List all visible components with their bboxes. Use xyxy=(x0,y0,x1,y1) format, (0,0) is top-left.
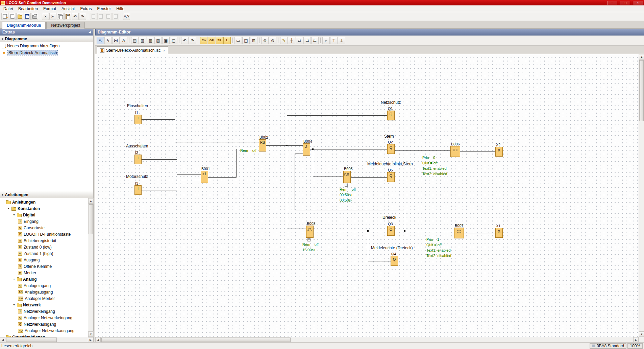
menu-extras[interactable]: Extras xyxy=(77,6,94,12)
diagram-item-stern-dreieck-automatisch[interactable]: Stern-Dreieck-Automatisch xyxy=(0,49,93,56)
new-diagram-button[interactable] xyxy=(1,13,8,20)
block-B005-pulse-generator[interactable]: B005 xyxy=(343,171,351,183)
block-I2-input[interactable]: I2 I xyxy=(134,155,142,164)
convert-tool-button[interactable]: ⇄ xyxy=(296,37,303,44)
expander-icon[interactable]: ▾ xyxy=(13,303,16,306)
delete-button[interactable]: × xyxy=(42,13,49,20)
signal-label-meldeleuchte-dreieck[interactable]: Meldeleuchte (Dreieck) xyxy=(371,246,413,250)
scroll-down-button[interactable]: ▼ xyxy=(639,331,644,337)
tree-item-cursortaste[interactable]: CCursortaste xyxy=(0,225,88,231)
tree-item-anleitungen[interactable]: Anleitungen xyxy=(0,199,88,205)
wire-corner-style-tool-button[interactable]: ⌐ xyxy=(322,37,330,44)
tree-item-offene-klemme[interactable]: XOffene Klemme xyxy=(0,263,88,270)
block-I3-input[interactable]: I3 I xyxy=(134,185,142,195)
block-B007-message-text[interactable]: B007 xyxy=(454,228,464,238)
tree-item-analoger-merker[interactable]: AMAnaloger Merker xyxy=(0,295,88,302)
undo-button[interactable]: ↶ xyxy=(72,13,79,20)
comment-tool-button[interactable]: ✎ xyxy=(280,37,288,44)
expander-icon[interactable]: ▾ xyxy=(13,213,16,216)
scroll-up-button[interactable]: ▲ xyxy=(639,54,644,60)
document-tab[interactable]: Stern-Dreieck-Automatisch.lsc × xyxy=(97,46,168,54)
scrollbar-track[interactable] xyxy=(5,337,88,342)
print-diagram-button[interactable] xyxy=(31,13,38,20)
scrollbar-thumb[interactable] xyxy=(6,338,57,342)
tree-item-analogausgang[interactable]: AQAnalogausgang xyxy=(0,289,88,295)
tree-item-netzwerkeingang[interactable]: INetzwerkeingang xyxy=(0,308,88,315)
expander-icon[interactable]: ▾ xyxy=(13,278,16,281)
select-tool-button[interactable]: ↖ xyxy=(97,37,104,44)
wire[interactable] xyxy=(287,115,387,145)
signal-label-ausschalten[interactable]: Ausschalten xyxy=(126,144,148,148)
scrollbar-thumb[interactable] xyxy=(101,338,291,342)
tree-item-zustand-1-high[interactable]: hiZustand 1 (high) xyxy=(0,250,88,257)
upload-to-device-tool-button[interactable]: ⇉ xyxy=(303,37,311,44)
signal-label-meldeleuchte-stern[interactable]: Meldeleuchte,blinkt,Stern xyxy=(367,162,413,166)
editor-horizontal-scrollbar[interactable]: ◀ ▶ xyxy=(95,337,644,342)
tree-item-digital[interactable]: ▾Digital xyxy=(0,212,88,218)
scrollbar-track[interactable] xyxy=(639,60,644,331)
tree-item-grundfunktionen[interactable]: Grundfunktionen xyxy=(0,334,88,337)
block-B002-rs-latch[interactable]: B002 RS xyxy=(259,139,266,152)
tree-scrollbar[interactable]: ▲ ▼ xyxy=(88,198,93,337)
distribute-vertical-button[interactable]: ▦ xyxy=(147,37,154,44)
block-B004-and[interactable]: B004 & xyxy=(303,143,310,156)
basic-functions-catalog-button[interactable]: GF xyxy=(208,37,215,44)
close-button[interactable]: × xyxy=(633,1,643,5)
datalog-catalog-button[interactable]: L xyxy=(223,37,231,44)
signal-label-dreieck[interactable]: Dreieck xyxy=(382,215,396,220)
tree-item-schieberegisterbit[interactable]: SSchieberegisterbit xyxy=(0,237,88,244)
split-window-2-view-button[interactable]: ◫ xyxy=(242,37,250,44)
cut-rejoin-connection-tool-button[interactable]: ⋈ xyxy=(112,37,120,44)
scrollbar-track[interactable] xyxy=(101,337,633,342)
diagram-item-new[interactable]: Neues Diagramm hinzufügen xyxy=(0,43,93,49)
redo-button[interactable]: ↷ xyxy=(79,13,86,20)
special-functions-catalog-button[interactable]: SF xyxy=(216,37,223,44)
collapse-panel-button[interactable]: ◀ xyxy=(89,30,91,34)
zoom-in-button[interactable]: ⊕ xyxy=(261,37,269,44)
zoom-out-button[interactable]: ⊖ xyxy=(269,37,276,44)
scroll-left-button[interactable]: ◀ xyxy=(95,337,101,343)
block-Q2-output[interactable]: Q2 Q xyxy=(387,144,395,154)
block-X1-open-terminal[interactable]: X1 X xyxy=(495,228,503,238)
scroll-left-button[interactable]: ◀ xyxy=(0,337,5,343)
minimize-button[interactable]: – xyxy=(607,1,617,5)
block-Q3-output[interactable]: Q3 Q xyxy=(387,226,395,236)
tab-diagramm-modus[interactable]: Diagramm-Modus xyxy=(2,22,46,29)
diagrams-section-header[interactable]: ▾ Diagramme xyxy=(0,36,93,42)
expand-parameters-icon[interactable]: + xyxy=(345,184,348,187)
crosshair-tool-button[interactable]: ┼ xyxy=(288,37,295,44)
redo-button[interactable]: ↷ xyxy=(189,37,196,44)
split-window-3-view-button[interactable]: ⊞ xyxy=(250,37,257,44)
block-Q1-output[interactable]: Q1 Q xyxy=(387,111,395,120)
text-tool-button[interactable]: A xyxy=(120,37,127,44)
connector-tool-button[interactable]: ↳ xyxy=(104,37,112,44)
editor-vertical-scrollbar[interactable]: ▲ ▼ xyxy=(639,54,644,337)
block-Q5-output[interactable]: Q5 Q xyxy=(387,172,395,182)
diagram-canvas[interactable]: Einschalten Ausschalten Motorschutz Netz… xyxy=(95,54,639,337)
constants-catalog-button[interactable]: Co xyxy=(200,37,207,44)
wire-cross-style-tool-button[interactable]: ⊥ xyxy=(338,37,345,44)
block-B003-on-delay[interactable]: B003 xyxy=(306,226,314,238)
wire[interactable] xyxy=(313,149,343,177)
tree-item-netzwerk[interactable]: ▾Netzwerk xyxy=(0,302,88,308)
menu-hilfe[interactable]: Hilfe xyxy=(114,6,127,12)
tree-item-konstanten[interactable]: ▾Konstanten xyxy=(0,205,88,212)
extras-horizontal-scrollbar[interactable]: ◀ ▶ xyxy=(0,337,93,342)
tree-item-analog[interactable]: ▾Analog xyxy=(0,276,88,282)
wire[interactable] xyxy=(142,119,259,142)
signal-label-motorschutz[interactable]: Motorschutz xyxy=(126,174,148,179)
tree-item-merker[interactable]: MMerker xyxy=(0,270,88,276)
menu-ansicht[interactable]: Ansicht xyxy=(59,6,77,12)
signal-label-einschalten[interactable]: Einschalten xyxy=(127,103,148,108)
wire[interactable] xyxy=(142,159,201,174)
instructions-section-header[interactable]: ▾ Anleitungen xyxy=(0,191,93,198)
scroll-right-button[interactable]: ▶ xyxy=(633,337,639,343)
wire[interactable] xyxy=(142,180,201,190)
menu-fenster[interactable]: Fenster xyxy=(94,6,114,12)
align-horizontal-button[interactable]: ▥ xyxy=(139,37,146,44)
tree-item-eingang[interactable]: IEingang xyxy=(0,218,88,225)
context-help-button[interactable]: ↖? xyxy=(123,13,130,20)
tree-item-analoger-netzwerkeingang[interactable]: AIAnaloger Netzwerkeingang xyxy=(0,315,88,321)
block-X2-open-terminal[interactable]: X2 X xyxy=(495,147,503,157)
scrollbar-thumb[interactable] xyxy=(639,60,644,121)
